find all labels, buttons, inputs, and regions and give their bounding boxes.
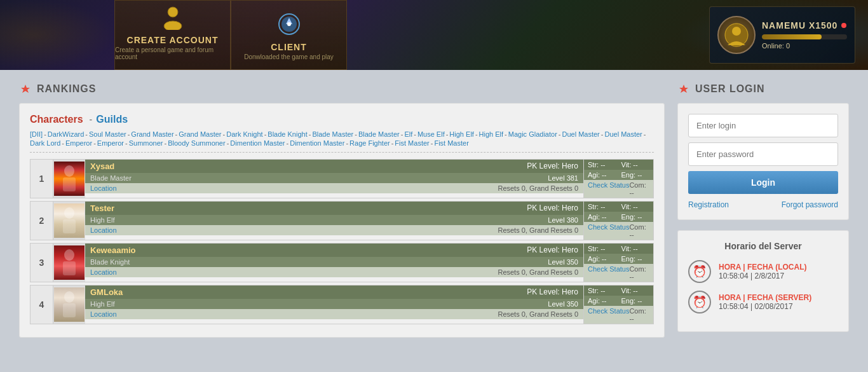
rank-number: 2: [31, 202, 53, 240]
char-link-separator: -: [223, 130, 226, 138]
server-avatar: [717, 16, 756, 54]
svg-rect-15: [63, 303, 76, 317]
char-link[interactable]: Duel Master: [562, 130, 599, 138]
char-link[interactable]: Bloody Summoner: [168, 139, 226, 147]
login-input[interactable]: [688, 114, 838, 137]
main-content: RANKINGS Characters - Guilds [DII] - Dar…: [0, 70, 868, 350]
create-account-nav[interactable]: CREATE ACCOUNT Create a personal game an…: [114, 0, 231, 70]
rank-number: 1: [31, 160, 53, 198]
local-time-row: ⏰ HORA | FECHA (LOCAL) 10:58:04 | 2/8/20…: [688, 260, 838, 283]
location-link[interactable]: Location: [90, 310, 117, 318]
char-link[interactable]: Rage Fighter: [349, 139, 390, 147]
char-link[interactable]: [DII]: [30, 130, 43, 138]
char-link[interactable]: Fist Master: [395, 139, 429, 147]
char-level: Level 350: [548, 300, 578, 308]
svg-point-12: [64, 249, 74, 261]
char-link-separator: -: [125, 139, 128, 147]
char-link[interactable]: Blade Knight: [268, 130, 307, 138]
stat-row-2: Agi: -- Eng: --: [584, 212, 653, 222]
stat-eng: Eng: --: [621, 297, 650, 305]
char-link-separator: -: [93, 139, 96, 147]
svg-rect-9: [63, 177, 76, 191]
char-class: Blade Knight: [90, 258, 130, 266]
check-status-link[interactable]: Check Status: [588, 181, 629, 196]
stat-com: Com: --: [629, 223, 649, 238]
server-time-label: HORA | FECHA (SERVER): [719, 293, 811, 302]
char-class: High Elf: [90, 216, 115, 224]
svg-point-14: [64, 291, 74, 303]
char-link[interactable]: Soul Master: [89, 130, 126, 138]
login-section-header: USER LOGIN: [677, 83, 849, 95]
char-link[interactable]: Summoner: [129, 139, 163, 147]
client-title: CLIENT: [271, 42, 307, 52]
stat-eng: Eng: --: [621, 171, 650, 179]
password-input[interactable]: [688, 142, 838, 166]
resets-text: Resets 0, Grand Resets 0: [498, 310, 578, 318]
forgot-password-link[interactable]: Forgot password: [782, 200, 838, 209]
rank-avatar-col: [53, 202, 85, 240]
char-link[interactable]: Blade Master: [358, 130, 400, 138]
server-time-row: ⏰ HORA | FECHA (SERVER) 10:58:04 | 02/08…: [688, 291, 838, 313]
rank-info: Tester PK Level: Hero High Elf Level 380…: [85, 202, 583, 240]
check-status-link[interactable]: Check Status: [588, 223, 629, 238]
char-link[interactable]: Duel Master: [604, 130, 642, 138]
check-status-link[interactable]: Check Status: [588, 265, 629, 280]
check-status-link[interactable]: Check Status: [588, 307, 629, 322]
local-clock-icon: ⏰: [688, 260, 711, 283]
char-link[interactable]: Blade Master: [312, 130, 353, 138]
pk-level: PK Level: Hero: [527, 287, 578, 297]
char-level: Level 380: [548, 216, 578, 224]
rank-info-bottom: Location Resets 0, Grand Resets 0: [85, 225, 583, 235]
char-link[interactable]: Dark Lord: [30, 139, 60, 147]
create-account-subtitle: Create a personal game and forum account: [115, 46, 230, 60]
char-link[interactable]: Elf: [404, 130, 412, 138]
char-link[interactable]: Grand Master: [179, 130, 221, 138]
stat-row-1: Str: -- Vit: --: [584, 286, 653, 296]
char-link[interactable]: Dimention Master: [230, 139, 285, 147]
stat-str: Str: --: [588, 161, 616, 169]
char-link[interactable]: High Elf: [449, 130, 474, 138]
char-link[interactable]: Dimention Master: [290, 139, 344, 147]
stat-row-1: Str: -- Vit: --: [584, 244, 653, 254]
stat-str: Str: --: [588, 245, 616, 252]
char-link[interactable]: Magic Gladiator: [508, 130, 557, 138]
char-link[interactable]: Emperor: [65, 139, 92, 147]
header-left-deco: [0, 0, 114, 70]
char-link[interactable]: High Elf: [479, 130, 504, 138]
char-link[interactable]: Dark Knight: [226, 130, 262, 138]
char-link[interactable]: DarkWizard: [48, 130, 84, 138]
rank-info: Xysad PK Level: Hero Blade Master Level …: [85, 160, 583, 198]
resets-text: Resets 0, Grand Resets 0: [498, 226, 578, 234]
rank-stats: Str: -- Vit: -- Agi: -- Eng: -- Check St…: [583, 160, 653, 198]
svg-point-6: [732, 27, 741, 36]
location-link[interactable]: Location: [90, 226, 117, 234]
char-link[interactable]: Muse Elf: [417, 130, 445, 138]
rank-avatar: [54, 162, 85, 196]
char-link-separator: -: [227, 139, 229, 147]
pk-level: PK Level: Hero: [527, 162, 578, 171]
char-link[interactable]: Emperor: [97, 139, 124, 147]
client-nav[interactable]: CLIENT Donwloaded the game and play: [231, 0, 347, 70]
login-button[interactable]: Login: [688, 171, 838, 194]
char-name[interactable]: GMLoka: [90, 287, 123, 297]
char-name[interactable]: Tester: [90, 203, 114, 213]
location-link[interactable]: Location: [90, 184, 117, 192]
stat-vit: Vit: --: [621, 161, 650, 169]
svg-rect-13: [63, 261, 76, 275]
server-xp-fill: [762, 34, 822, 39]
svg-point-1: [164, 21, 182, 30]
char-name[interactable]: Keweaamio: [90, 245, 136, 255]
char-name[interactable]: Xysad: [90, 162, 114, 171]
registration-link[interactable]: Registration: [688, 200, 729, 209]
location-link[interactable]: Location: [90, 268, 117, 276]
char-link[interactable]: Fist Master: [434, 139, 468, 147]
client-subtitle: Donwloaded the game and play: [244, 53, 334, 60]
tab-guilds[interactable]: Guilds: [96, 114, 128, 125]
server-time-value: 10:58:04 | 02/08/2017: [719, 302, 811, 311]
svg-marker-7: [21, 85, 30, 93]
char-link[interactable]: Grand Master: [131, 130, 173, 138]
table-row: 4 GMLoka PK Level: Hero High Elf Level 3…: [30, 285, 654, 324]
tab-characters[interactable]: Characters: [30, 114, 83, 125]
svg-rect-11: [63, 219, 76, 233]
stat-agi: Agi: --: [588, 297, 616, 305]
